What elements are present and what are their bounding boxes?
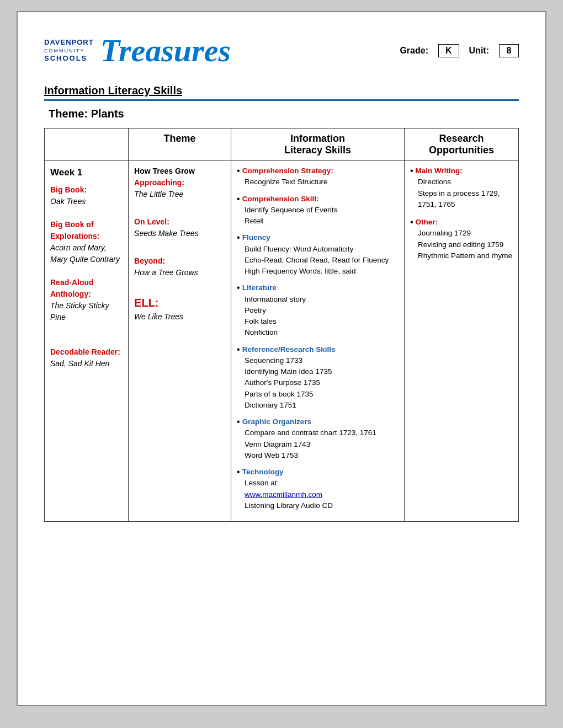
- unit-value: 8: [499, 44, 519, 57]
- literature-section: • Literature Informational story Poetry …: [237, 282, 399, 338]
- header: DAVENPORT COMMUNITY SCHOOLS Treasures Gr…: [44, 32, 519, 69]
- main-writing-text2: Steps in a process 1729, 1751, 1765: [410, 188, 513, 211]
- main-writing-text1: Directions: [410, 176, 513, 188]
- graphic-item-2: Word Web 1753: [237, 450, 399, 461]
- section-title: Information Literacy Skills: [44, 84, 519, 97]
- other-section: • Other: Journaling 1729 Revising and ed…: [410, 217, 513, 261]
- comprehension-skill-text1: Identify Sequence of Events: [237, 205, 399, 216]
- literature-label: Literature: [242, 282, 277, 293]
- graphic-item-0: Compare and contrast chart 1723, 1761: [237, 427, 399, 438]
- big-book-title: Oak Trees: [50, 196, 123, 207]
- ell-book: We Like Trees: [134, 311, 225, 323]
- reference-section: • Reference/Research Skills Sequencing 1…: [237, 344, 399, 411]
- main-writing-label: Main Writing:: [416, 165, 463, 176]
- graphic-section: • Graphic Organizers Compare and contras…: [237, 416, 399, 461]
- approaching-label: Approaching:: [134, 177, 225, 189]
- main-table: Theme Information Literacy Skills Resear…: [44, 128, 519, 522]
- reference-item-4: Dictionary 1751: [237, 400, 399, 411]
- literature-item-1: Poetry: [237, 305, 399, 316]
- blue-divider: [44, 99, 519, 101]
- research-column: • Main Writing: Directions Steps in a pr…: [404, 161, 518, 522]
- page: DAVENPORT COMMUNITY SCHOOLS Treasures Gr…: [17, 11, 546, 706]
- how-trees-grow: How Trees Grow: [134, 165, 225, 177]
- approaching-book: The Little Tree: [134, 189, 225, 200]
- other-item-1: Revising and editing 1759: [410, 239, 513, 250]
- decodable-label: Decodable Reader:: [50, 346, 123, 358]
- technology-text1: Lesson at:: [237, 478, 399, 489]
- grade-value: K: [438, 44, 459, 57]
- davenport-logo: DAVENPORT COMMUNITY SCHOOLS: [44, 39, 94, 62]
- week-label: Week 1: [50, 165, 123, 180]
- col-header-empty: [45, 129, 129, 161]
- reference-item-2: Author's Purpose 1735: [237, 377, 399, 388]
- comprehension-strategy-text: Recognize Text Structure: [237, 176, 399, 188]
- fluency-label: Fluency: [242, 232, 270, 243]
- literature-item-0: Informational story: [237, 294, 399, 305]
- bullet-dot-4: •: [237, 282, 240, 293]
- grade-unit-area: Grade: K Unit: 8: [400, 44, 519, 57]
- comprehension-skill-label: Comprehension Skill:: [242, 194, 319, 205]
- schools-text: SCHOOLS: [44, 54, 87, 62]
- logo-area: DAVENPORT COMMUNITY SCHOOLS: [44, 39, 94, 62]
- research-bullet-2: •: [410, 217, 413, 227]
- fluency-text2: Echo-Read, Choral Read, Read for Fluency: [237, 255, 399, 266]
- table-row: Week 1 Big Book: Oak Trees Big Book of E…: [45, 161, 519, 522]
- bullet-dot-5: •: [237, 344, 240, 355]
- reference-item-1: Identifying Main Idea 1735: [237, 366, 399, 377]
- grade-label: Grade:: [400, 46, 428, 56]
- comprehension-strategy-label: Comprehension Strategy:: [242, 165, 333, 176]
- other-label: Other:: [416, 217, 438, 228]
- literature-item-3: Nonfiction: [237, 327, 399, 338]
- reference-item-0: Sequencing 1733: [237, 355, 399, 366]
- technology-text2: Listening Library Audio CD: [237, 500, 399, 511]
- treasures-title: Treasures: [100, 32, 231, 69]
- research-bullet-1: •: [410, 165, 413, 176]
- theme-subtitle: Theme: Plants: [44, 108, 519, 120]
- graphic-item-1: Venn Diagram 1743: [237, 439, 399, 450]
- on-level-label: On Level:: [134, 216, 225, 228]
- other-item-0: Journaling 1729: [410, 228, 513, 239]
- bullet-dot-3: •: [237, 232, 240, 243]
- big-book-explorations-label: Big Book of Explorations:: [50, 219, 123, 242]
- fluency-text3: High Frequency Words: little, said: [237, 266, 399, 277]
- technology-link[interactable]: www.macmillanmh.com: [237, 489, 399, 500]
- info-column: • Comprehension Strategy: Recognize Text…: [231, 161, 405, 522]
- fluency-section: • Fluency Build Fluency: Word Automatici…: [237, 232, 399, 277]
- technology-label: Technology: [242, 467, 284, 478]
- reference-label: Reference/Research Skills: [242, 344, 336, 355]
- big-book-label: Big Book:: [50, 184, 123, 196]
- bullet-dot-1: •: [237, 165, 240, 176]
- unit-label: Unit:: [469, 46, 489, 56]
- other-item-2: Rhythmic Pattern and rhyme: [410, 250, 513, 261]
- bullet-dot-7: •: [237, 467, 240, 477]
- fluency-text1: Build Fluency: Word Automaticity: [237, 244, 399, 255]
- community-text: COMMUNITY: [44, 48, 85, 53]
- beyond-label: Beyond:: [134, 255, 225, 267]
- main-writing-section: • Main Writing: Directions Steps in a pr…: [410, 165, 513, 210]
- decodable-title: Sad, Sad Kit Hen: [50, 358, 123, 370]
- col-header-research: Research Opportunities: [404, 129, 518, 161]
- comprehension-skill-section: • Comprehension Skill: Identify Sequence…: [237, 194, 399, 227]
- big-book-explorations-titles: Acorn and Mary, Mary Quite Contrary: [50, 242, 123, 265]
- technology-section: • Technology Lesson at: www.macmillanmh.…: [237, 467, 399, 511]
- comprehension-skill-text2: Retell: [237, 216, 399, 227]
- read-aloud-label: Read-Aloud Anthology:: [50, 277, 123, 300]
- theme-column: How Trees Grow Approaching: The Little T…: [129, 161, 231, 522]
- left-column: Week 1 Big Book: Oak Trees Big Book of E…: [45, 161, 129, 522]
- ell-label: ELL:: [134, 295, 225, 311]
- comprehension-strategy-section: • Comprehension Strategy: Recognize Text…: [237, 165, 399, 188]
- reference-item-3: Parts of a book 1735: [237, 389, 399, 400]
- beyond-book: How a Tree Grows: [134, 267, 225, 279]
- literature-item-2: Folk tales: [237, 316, 399, 327]
- graphic-label: Graphic Organizers: [242, 416, 311, 427]
- col-header-info: Information Literacy Skills: [231, 129, 405, 161]
- davenport-text: DAVENPORT: [44, 38, 94, 46]
- bullet-dot-2: •: [237, 194, 240, 204]
- on-level-book: Seeds Make Trees: [134, 228, 225, 239]
- col-header-theme: Theme: [129, 129, 231, 161]
- read-aloud-title: The Sticky Sticky Pine: [50, 300, 123, 323]
- bullet-dot-6: •: [237, 416, 240, 427]
